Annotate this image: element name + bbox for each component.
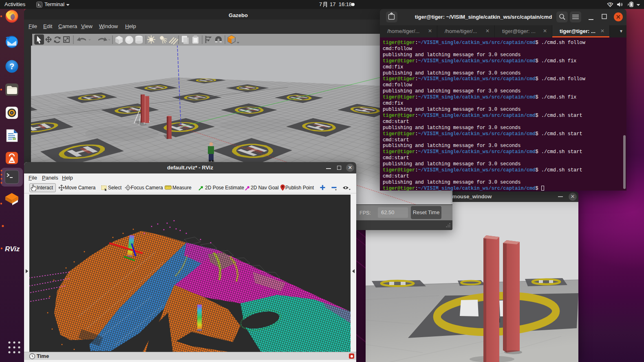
- svg-text:tiger@tiger: ~/VISIM_single/ca: tiger@tiger: ~/VISIM_single/catkin_ws/sr…: [415, 14, 552, 20]
- svg-text:?: ?: [609, 2, 611, 7]
- svg-text:RViz: RViz: [5, 245, 20, 253]
- svg-text:?: ?: [9, 62, 14, 71]
